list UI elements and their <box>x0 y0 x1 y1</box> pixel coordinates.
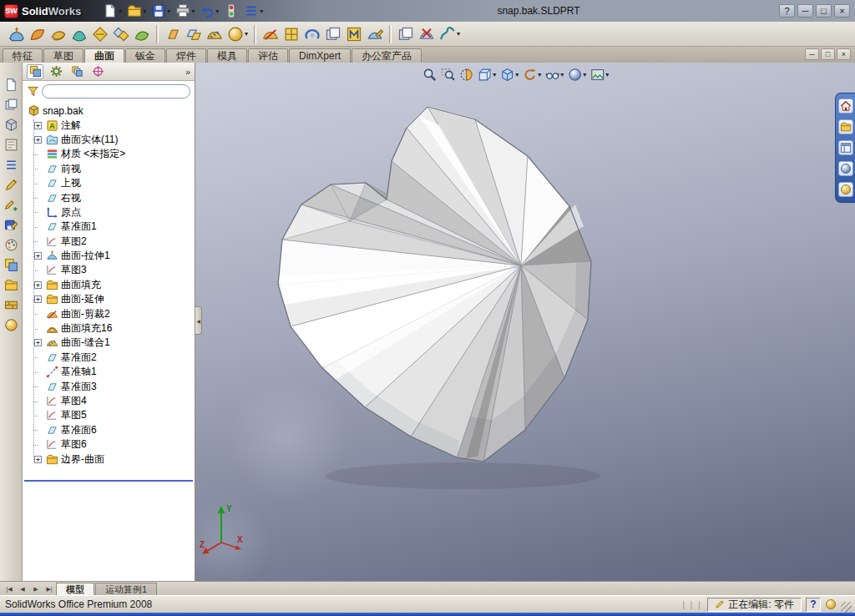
board-button[interactable] <box>3 136 20 153</box>
tab-sketch[interactable]: 草图 <box>43 48 83 63</box>
tab-weldments[interactable]: 焊件 <box>166 48 206 63</box>
tree-item-annotations[interactable]: + A 注解 <box>27 118 195 132</box>
tab-features[interactable]: 特征 <box>3 48 43 63</box>
library-button[interactable] <box>3 276 20 293</box>
dropdown-caret-icon[interactable]: ▾ <box>119 8 122 15</box>
close-button[interactable]: × <box>834 4 850 18</box>
planar-surface-button[interactable] <box>163 24 183 44</box>
appearances-button[interactable]: ▾ <box>567 67 587 83</box>
tree-item-origin[interactable]: 原点 <box>27 205 195 220</box>
curves-button[interactable]: ▾ <box>438 24 462 44</box>
save-annotation-button[interactable] <box>3 216 20 233</box>
open-button[interactable]: ▾ <box>125 1 148 21</box>
replace-face-button[interactable] <box>323 24 343 44</box>
motion-study-tab[interactable]: 运动算例1 <box>95 583 157 595</box>
sphere-button[interactable] <box>3 316 20 333</box>
rebuild-button[interactable] <box>222 1 240 21</box>
swept-surface-button[interactable] <box>48 24 68 44</box>
scene-button[interactable]: ▾ <box>589 67 610 83</box>
dropdown-caret-icon[interactable]: ▾ <box>260 8 263 15</box>
file-explorer-button[interactable] <box>838 140 853 155</box>
dropdown-caret-icon[interactable]: ▾ <box>245 30 248 38</box>
tab-sheet-metal[interactable]: 钣金 <box>125 48 165 63</box>
zoom-to-area-button[interactable] <box>440 67 456 83</box>
mid-surface-button[interactable] <box>344 24 364 44</box>
tab-office-products[interactable]: 办公室产品 <box>352 48 422 63</box>
cut-with-surface-button[interactable] <box>417 24 437 44</box>
trim-surface-button[interactable] <box>261 24 281 44</box>
revolved-surface-button[interactable] <box>28 24 48 44</box>
dropdown-caret-icon[interactable]: ▾ <box>493 71 496 78</box>
doc-minimize-button[interactable]: ─ <box>805 48 819 60</box>
print-button[interactable]: ▾ <box>174 1 196 21</box>
dropdown-caret-icon[interactable]: ▾ <box>538 71 541 78</box>
help-button[interactable]: ? <box>779 4 795 18</box>
sheets-button[interactable] <box>3 96 20 113</box>
configurationmanager-tab[interactable] <box>68 64 85 79</box>
tree-item-surface-fill16[interactable]: 曲面填充16 <box>27 321 195 336</box>
hide-show-items-button[interactable]: ▾ <box>544 67 564 83</box>
doc-close-button[interactable]: × <box>837 48 851 60</box>
doc-restore-button[interactable]: □ <box>821 48 835 60</box>
expand-toggle-icon[interactable]: + <box>34 136 42 144</box>
status-help-button[interactable]: ? <box>806 598 821 612</box>
part-box-button[interactable] <box>3 116 20 133</box>
knit-surface-button[interactable] <box>205 24 225 44</box>
radiate-surface-button[interactable] <box>132 24 152 44</box>
tab-surfaces[interactable]: 曲面 <box>84 48 124 63</box>
tree-item-boundary-surface[interactable]: + 边界-曲面 <box>27 452 195 466</box>
solidworks-resources-button[interactable] <box>838 98 853 114</box>
expand-toggle-icon[interactable]: + <box>34 339 42 346</box>
display-style-button[interactable]: ▾ <box>499 67 519 83</box>
view-orientation-button[interactable]: ▾ <box>477 67 497 83</box>
tree-item-sketch5[interactable]: 草图5 <box>27 408 195 422</box>
pencil-add-button[interactable] <box>3 196 20 213</box>
delete-face-button[interactable] <box>302 24 322 44</box>
tree-item-sketch2[interactable]: 草图2 <box>27 235 195 249</box>
appearances-scenes-button[interactable] <box>838 182 853 197</box>
tree-item-sketch6[interactable]: 草图6 <box>27 437 195 452</box>
tree-item-top-plane[interactable]: 上视 <box>27 176 195 190</box>
document-button[interactable] <box>3 76 20 93</box>
dropdown-caret-icon[interactable]: ▾ <box>143 8 146 15</box>
block-button[interactable] <box>3 296 20 313</box>
pencil-button[interactable] <box>3 176 20 193</box>
tab-evaluate[interactable]: 评估 <box>248 48 288 63</box>
notes-button[interactable] <box>3 156 20 173</box>
tree-root-part[interactable]: snap.bak <box>27 104 195 118</box>
dropdown-caret-icon[interactable]: ▾ <box>167 8 170 15</box>
offset-surface-button[interactable] <box>111 24 131 44</box>
tree-item-front-plane[interactable]: 前视 <box>27 162 195 176</box>
tree-item-surface-extend-folder[interactable]: + 曲面-延伸 <box>27 292 195 306</box>
tree-item-axis1[interactable]: 基准轴1 <box>27 365 195 379</box>
tree-item-right-plane[interactable]: 右视 <box>27 190 195 204</box>
tab-nav-button[interactable]: ▶| <box>43 583 56 595</box>
model-tab[interactable]: 模型 <box>56 583 94 595</box>
tree-item-plane1[interactable]: 基准面1 <box>27 220 195 234</box>
tab-nav-button[interactable]: |◀ <box>3 583 16 595</box>
tree-item-plane2[interactable]: 基准面2 <box>27 351 195 365</box>
expand-toggle-icon[interactable]: + <box>34 281 42 289</box>
lofted-surface-button[interactable] <box>69 24 89 44</box>
collapse-panel-arrow-icon[interactable]: ◀ <box>195 306 202 335</box>
dropdown-caret-icon[interactable]: ▾ <box>457 30 460 38</box>
minimize-button[interactable]: ─ <box>797 4 813 18</box>
expand-toggle-icon[interactable]: + <box>34 456 42 463</box>
dropdown-caret-icon[interactable]: ▾ <box>605 71 609 78</box>
tree-item-material[interactable]: 材质 <未指定> <box>27 147 195 161</box>
tree-filter-input[interactable] <box>42 84 190 98</box>
layers-button[interactable] <box>3 256 20 273</box>
tree-item-surface-extrude1[interactable]: + 曲面-拉伸1 <box>27 249 195 263</box>
tab-mold-tools[interactable]: 模具 <box>207 48 247 63</box>
expand-toggle-icon[interactable]: + <box>34 252 42 260</box>
zoom-to-fit-button[interactable] <box>422 67 438 83</box>
dropdown-caret-icon[interactable]: ▾ <box>215 8 219 15</box>
dropdown-caret-icon[interactable]: ▾ <box>515 71 519 78</box>
panel-overflow-chevron-icon[interactable]: » <box>185 67 190 77</box>
resize-grip[interactable] <box>841 602 852 613</box>
dimxpertmanager-tab[interactable] <box>89 64 106 79</box>
tree-item-surface-knit1[interactable]: + 曲面-缝合1 <box>27 336 195 350</box>
options-button[interactable]: ▾ <box>242 1 265 21</box>
tree-item-surface-trim2[interactable]: 曲面-剪裁2 <box>27 306 195 321</box>
tab-nav-button[interactable]: ▶ <box>29 583 43 595</box>
